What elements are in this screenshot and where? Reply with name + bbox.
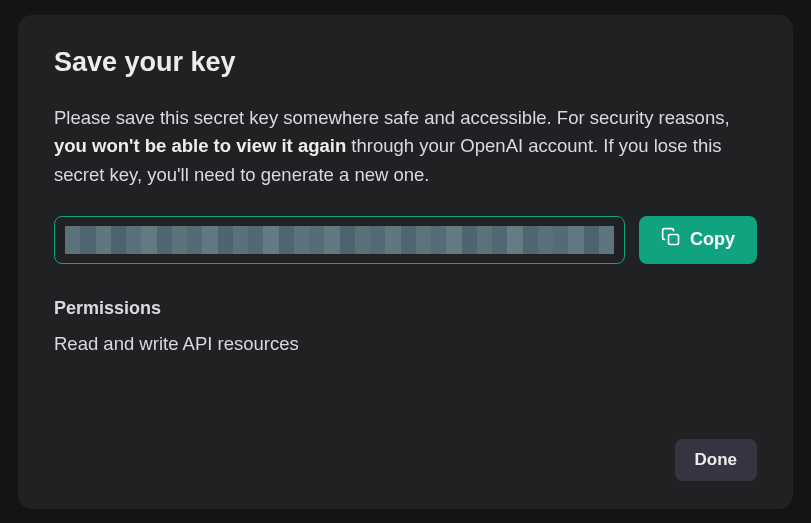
dialog-description: Please save this secret key somewhere sa… (54, 104, 757, 190)
description-text-bold: you won't be able to view it again (54, 135, 346, 156)
permissions-heading: Permissions (54, 298, 757, 319)
copy-icon (661, 227, 681, 252)
description-text-pre: Please save this secret key somewhere sa… (54, 107, 730, 128)
permissions-value: Read and write API resources (54, 333, 757, 355)
dialog-title: Save your key (54, 47, 757, 78)
done-button[interactable]: Done (675, 439, 758, 481)
api-key-field[interactable] (54, 216, 625, 264)
copy-button[interactable]: Copy (639, 216, 757, 264)
copy-button-label: Copy (690, 229, 735, 250)
svg-rect-0 (669, 235, 679, 245)
save-key-dialog: Save your key Please save this secret ke… (18, 15, 793, 509)
api-key-row: Copy (54, 216, 757, 264)
dialog-footer: Done (54, 439, 757, 481)
api-key-redacted (65, 226, 614, 254)
